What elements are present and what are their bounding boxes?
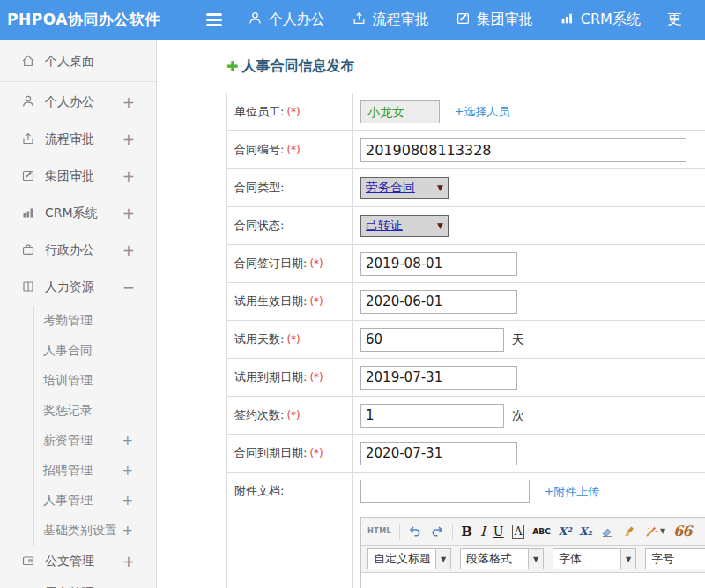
font-color-button[interactable]: A <box>512 525 525 539</box>
field-label: 单位员工: <box>234 105 284 118</box>
expand-plus-icon[interactable]: + <box>122 130 135 148</box>
sidebar-item-personnel[interactable]: 人事管理 + <box>34 486 156 516</box>
sidebar-item-hr-contract[interactable]: 人事合同 <box>34 336 156 366</box>
workflow-icon <box>21 131 35 148</box>
italic-button[interactable]: I <box>480 525 486 539</box>
sign-date-input[interactable] <box>360 252 517 276</box>
expand-plus-icon[interactable]: + <box>122 523 133 539</box>
font-size-dropdown[interactable]: 字号 ▼ <box>645 548 705 569</box>
expand-plus-icon[interactable]: + <box>122 584 135 588</box>
person-icon <box>248 11 263 29</box>
font-family-dropdown[interactable]: 字体 ▼ <box>553 548 636 569</box>
dropdown-caret-icon: ▼ <box>528 549 543 569</box>
field-label: 合同签订日期: <box>234 257 307 270</box>
format-brush-icon[interactable] <box>622 525 636 539</box>
sidebar-item-rewards[interactable]: 奖惩记录 <box>34 396 156 426</box>
dropdown-caret-icon: ▼ <box>660 528 665 535</box>
combo-label: 字体 <box>553 549 620 569</box>
sidebar-item-group-approval[interactable]: 集团审批 + <box>0 158 156 195</box>
expand-plus-icon[interactable]: + <box>122 242 135 259</box>
paragraph-format-dropdown[interactable]: 段落格式 ▼ <box>460 548 544 569</box>
superscript-button[interactable]: X² <box>559 526 572 537</box>
dropdown-caret-icon: ▼ <box>435 549 450 569</box>
required-mark: (*) <box>309 371 323 383</box>
expand-plus-icon[interactable]: + <box>122 553 135 570</box>
expand-plus-icon[interactable]: + <box>122 433 133 449</box>
upload-attachment-link[interactable]: +附件上传 <box>544 485 599 498</box>
sidebar-item-workflow-approval[interactable]: 流程审批 + <box>0 121 156 158</box>
top-nav: 个人办公 流程审批 集团审批 CRM系统 更 <box>234 11 705 29</box>
form-row-trial-end-date: 试用到期日期:(*) <box>227 359 705 397</box>
form-row-contract-status: 合同状态: 己转证 ▼ <box>227 207 705 245</box>
expand-plus-icon[interactable]: + <box>122 93 135 111</box>
sidebar-item-training[interactable]: 培训管理 <box>34 366 156 396</box>
expand-plus-icon[interactable]: + <box>122 493 133 509</box>
nav-workflow-approval[interactable]: 流程审批 <box>338 11 442 29</box>
required-mark: (*) <box>286 409 300 421</box>
trial-start-date-input[interactable] <box>360 290 517 314</box>
sidebar-item-label: 流程审批 <box>45 131 122 147</box>
sign-count-input[interactable] <box>360 404 504 428</box>
trial-days-input[interactable] <box>360 328 504 352</box>
collapse-minus-icon[interactable]: − <box>122 279 135 296</box>
required-mark: (*) <box>309 295 323 308</box>
nav-more[interactable]: 更 <box>654 11 694 29</box>
sidebar-item-base-category[interactable]: 基础类别设置 + <box>34 516 156 546</box>
subscript-button[interactable]: X₂ <box>579 526 592 537</box>
nav-group-approval[interactable]: 集团审批 <box>442 11 546 29</box>
trial-end-date-input[interactable] <box>360 366 517 390</box>
expand-plus-icon[interactable]: + <box>122 463 133 479</box>
sidebar: 个人桌面 个人办公 + 流程审批 + 集团审批 + CRM系统 + 行政办公 + <box>0 40 157 588</box>
sub-item-label: 奖惩记录 <box>43 403 133 419</box>
nav-personal-office[interactable]: 个人办公 <box>234 11 338 29</box>
contract-type-select[interactable]: 劳务合同 ▼ <box>360 177 449 199</box>
menu-toggle-icon[interactable] <box>206 13 222 26</box>
sidebar-item-salary[interactable]: 薪资管理 + <box>34 426 156 456</box>
underline-button[interactable]: U <box>494 525 504 538</box>
html-source-button[interactable]: HTML <box>367 528 391 535</box>
redo-icon[interactable] <box>430 525 444 539</box>
expand-plus-icon[interactable]: + <box>122 167 135 185</box>
form-row-attachment: 附件文档: +附件上传 <box>227 473 705 510</box>
contract-number-input[interactable] <box>360 138 686 162</box>
sidebar-item-personal-office[interactable]: 个人办公 + <box>0 84 156 121</box>
document-icon <box>21 554 35 570</box>
hr-submenu: 考勤管理 人事合同 培训管理 奖惩记录 薪资管理 + 招聘管理 + 人事管理 + <box>33 306 156 546</box>
expand-plus-icon[interactable]: + <box>122 205 135 222</box>
nav-crm-system[interactable]: CRM系统 <box>546 11 654 29</box>
select-person-link[interactable]: +选择人员 <box>454 105 509 118</box>
sidebar-item-recruit[interactable]: 招聘管理 + <box>34 456 156 486</box>
editor-toolbar-row2: 自定义标题 ▼ 段落格式 ▼ 字体 ▼ <box>361 546 705 573</box>
editor-content-area[interactable] <box>361 573 705 588</box>
contract-status-select[interactable]: 己转证 ▼ <box>360 215 449 237</box>
combo-label: 字号 <box>646 549 705 569</box>
eraser-icon[interactable] <box>600 525 614 539</box>
sidebar-item-admin-office[interactable]: 行政办公 + <box>0 232 156 269</box>
field-label: 合同状态: <box>234 219 284 232</box>
main-content: ✚ 人事合同信息发布 单位员工:(*) 小龙女 +选择人员 合同编号:(*) 合… <box>157 40 705 588</box>
employee-name-box[interactable]: 小龙女 <box>360 100 440 123</box>
blockquote-button[interactable]: 66 <box>673 525 691 539</box>
add-plus-icon: ✚ <box>226 60 238 74</box>
attachment-input[interactable] <box>360 480 530 503</box>
sidebar-item-label: CRM系统 <box>45 205 122 221</box>
field-label: 试用天数: <box>234 332 284 346</box>
strikethrough-button[interactable]: ABC <box>532 528 550 536</box>
auto-typeset-wand-icon[interactable]: ▼ <box>644 525 665 539</box>
sidebar-item-documents[interactable]: 公文管理 + <box>0 546 156 577</box>
required-mark: (*) <box>309 447 323 459</box>
contract-form: 单位员工:(*) 小龙女 +选择人员 合同编号:(*) 合同类型: 劳务合同 ▼ <box>226 93 705 588</box>
sidebar-item-vehicles[interactable]: 用车管理 + <box>0 577 156 588</box>
sidebar-item-attendance[interactable]: 考勤管理 <box>34 306 156 336</box>
rich-text-editor: HTML B I U A ABC X² X₂ <box>360 517 705 588</box>
sidebar-item-label: 人力资源 <box>45 279 122 295</box>
sidebar-item-hr[interactable]: 人力资源 − <box>0 269 156 306</box>
custom-title-dropdown[interactable]: 自定义标题 ▼ <box>367 548 451 569</box>
undo-icon[interactable] <box>408 525 422 539</box>
sidebar-item-crm[interactable]: CRM系统 + <box>0 195 156 232</box>
sub-item-label: 基础类别设置 <box>43 523 122 539</box>
bold-button[interactable]: B <box>461 525 472 539</box>
field-label: 试用生效日期: <box>234 294 307 308</box>
sidebar-item-desktop[interactable]: 个人桌面 <box>0 42 156 82</box>
expire-date-input[interactable] <box>360 442 517 465</box>
